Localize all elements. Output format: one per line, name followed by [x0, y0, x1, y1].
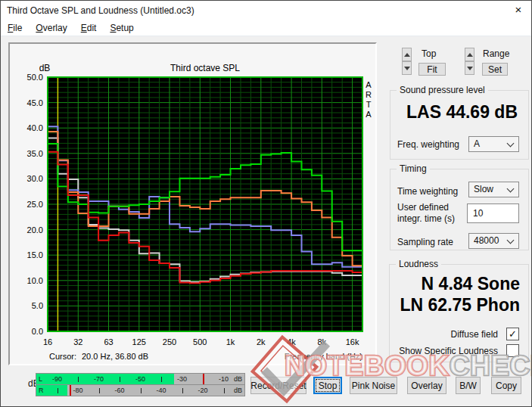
x-tick-label: 63 [104, 337, 113, 346]
meter-scale-label: -50 [135, 375, 145, 383]
time-weighting-label: Time weighting [397, 186, 458, 197]
arta-brand: T [366, 100, 372, 109]
menu-item-setup[interactable]: Setup [103, 20, 140, 36]
cursor-readout-label: Cursor: [49, 352, 76, 361]
freq-weighting-value: A [474, 138, 480, 149]
integr-time-input[interactable]: 10 [467, 204, 519, 223]
diffuse-field-label: Diffuse field [407, 329, 498, 340]
window-title: Third Octave SPL and Loudness (Untitled.… [7, 5, 194, 16]
arta-brand: A [366, 110, 372, 119]
meter-scale-label: -80 [73, 387, 82, 394]
meter-unit-label: dB [234, 387, 242, 394]
menu-bar: FileOverlayEditSetup [1, 20, 531, 36]
top-label: Top [422, 48, 436, 59]
y-tick-label: 45.0 [27, 98, 43, 107]
spl-chart[interactable]: dBThird octave SPLARTA50.045.040.035.030… [10, 44, 375, 364]
y-tick-label: 25.0 [27, 200, 43, 209]
x-tick-label: 500 [193, 337, 207, 346]
timing-groupbox: Timing Time weighting Slow User defined … [390, 169, 529, 250]
x-tick-label: 4k [287, 337, 296, 346]
y-tick-label: 10.0 [27, 276, 43, 285]
y-tick-label: 0.0 [32, 327, 43, 336]
meter-tick [99, 388, 100, 393]
chart-panel: dBThird octave SPLARTA50.045.040.035.030… [8, 42, 377, 365]
meter-scale-label: -40 [156, 387, 166, 394]
arrow-up-icon [404, 53, 410, 57]
spl-group-title: Sound pressure level [397, 85, 488, 95]
meter-tick [141, 388, 142, 393]
y-tick-label: 30.0 [27, 174, 43, 183]
show-specific-loudness-checkbox[interactable] [506, 344, 519, 357]
spl-value: LAS 44.69 dB [393, 102, 518, 123]
level-meters: -90-70-50-30-10LdB-80-60-40-20RdB [36, 373, 245, 396]
range-spin-up-button[interactable] [465, 48, 474, 61]
timing-group-title: Timing [397, 163, 430, 174]
meter-channel-label: L [39, 375, 42, 383]
time-weighting-select[interactable]: Slow [468, 182, 519, 197]
meter-scale-label: -30 [177, 375, 187, 383]
arta-brand: R [366, 90, 372, 99]
action-button-stop[interactable]: Stop [313, 377, 342, 394]
x-tick-label: 1k [226, 337, 235, 346]
meter-scale-label: -20 [198, 387, 207, 394]
menu-item-edit[interactable]: Edit [74, 20, 104, 36]
range-spin-down-button[interactable] [465, 61, 474, 75]
close-icon[interactable]: × [509, 2, 528, 18]
menu-item-overlay[interactable]: Overlay [29, 20, 73, 36]
sampling-rate-select[interactable]: 48000 [468, 233, 519, 249]
show-specific-loudness-label: Show Specific Loudness [377, 346, 498, 356]
y-axis-unit: dB [39, 63, 51, 73]
action-button-b-w[interactable]: B/W [456, 377, 481, 394]
title-bar: Third Octave SPL and Loudness (Untitled.… [1, 1, 531, 20]
action-button-copy[interactable]: Copy [491, 377, 521, 394]
meter-peak-indicator [203, 374, 204, 384]
meter-tick [182, 388, 183, 393]
meter-tick [58, 388, 58, 393]
arrow-down-icon [404, 67, 410, 70]
meter-row-l: -90-70-50-30-10LdB [36, 374, 244, 384]
x-tick-label: 250 [163, 337, 176, 346]
action-button-record-reset[interactable]: Record/Reset [250, 377, 306, 394]
chevron-down-icon [507, 140, 515, 148]
cursor-readout-value: 20.0 Hz, 36.80 dB [82, 352, 148, 361]
x-axis-label: Frequency band (Hz) [285, 352, 362, 361]
x-tick-label: 32 [73, 337, 82, 346]
meter-row-r: -80-60-40-20RdB [36, 385, 244, 396]
y-tick-label: 15.0 [27, 250, 43, 259]
spl-groupbox: Sound pressure level LAS 44.69 dB Freq. … [390, 90, 529, 160]
arrow-down-icon [467, 67, 473, 70]
meter-tick [161, 377, 162, 382]
x-tick-label: 16 [43, 337, 52, 346]
chevron-down-icon [507, 185, 515, 193]
fit-button[interactable]: Fit [418, 63, 446, 76]
freq-weighting-select[interactable]: A [468, 136, 519, 152]
meter-scale-label: -60 [114, 387, 124, 394]
y-tick-label: 50.0 [27, 73, 43, 82]
range-label: Range [483, 48, 509, 59]
meter-tick [224, 388, 225, 393]
time-weighting-value: Slow [474, 184, 493, 194]
integr-time-label-2: integr. time (s) [397, 213, 455, 224]
meter-peak-indicator [70, 385, 71, 396]
sampling-rate-value: 48000 [474, 235, 499, 246]
action-button-pink-noise[interactable]: Pink Noise [350, 377, 397, 394]
meter-tick [78, 377, 79, 382]
loudness-sone-value: N 4.84 Sone [391, 274, 520, 294]
integr-time-label-1: User defined [397, 202, 449, 213]
meter-tick [120, 377, 120, 382]
x-tick-label: 16k [346, 337, 359, 346]
x-tick-label: 2k [257, 337, 266, 346]
meter-scale-label: -10 [219, 375, 229, 383]
menu-item-file[interactable]: File [1, 20, 29, 36]
top-spin-up-button[interactable] [402, 48, 412, 61]
meter-channel-label: R [39, 387, 44, 394]
meter-scale-label: -90 [52, 375, 62, 383]
set-button[interactable]: Set [482, 63, 508, 76]
top-spin-down-button[interactable] [402, 61, 412, 75]
chevron-down-icon [507, 237, 515, 244]
y-tick-label: 20.0 [27, 225, 43, 235]
action-button-overlay[interactable]: Overlay [407, 377, 446, 394]
diffuse-field-checkbox[interactable]: ✓ [506, 328, 519, 340]
loudness-groupbox: Loudness N 4.84 Sone LN 62.75 Phon Diffu… [389, 264, 529, 362]
x-tick-label: 8k [318, 337, 327, 346]
